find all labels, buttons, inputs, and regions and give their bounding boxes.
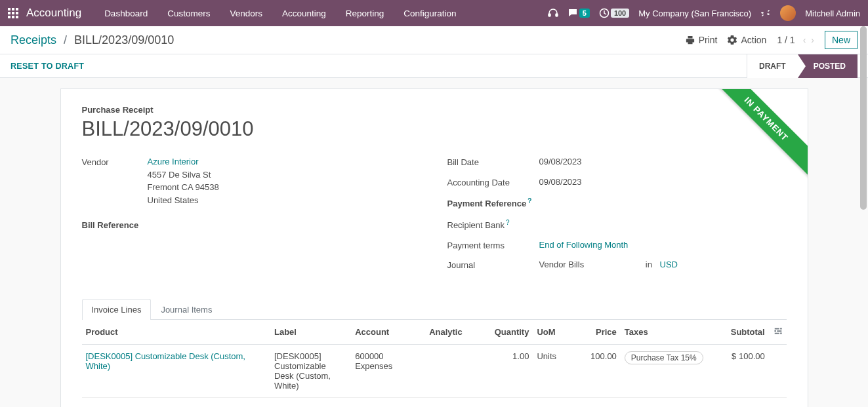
label-bill-date: Bill Date (447, 155, 539, 169)
svg-rect-0 (8, 8, 10, 10)
apps-icon[interactable] (8, 8, 18, 18)
svg-rect-6 (8, 16, 10, 18)
address-country: United States (148, 194, 421, 207)
svg-rect-8 (16, 16, 18, 18)
breadcrumb-current: BILL/2023/09/0010 (74, 33, 174, 47)
gear-icon (728, 35, 737, 45)
svg-point-12 (780, 328, 782, 330)
address-city: Fremont CA 94538 (148, 181, 421, 194)
row-account: 600000 Expenses (351, 344, 425, 397)
row-price: 100.00 (573, 344, 621, 397)
avatar[interactable] (780, 5, 796, 21)
th-uom[interactable]: UoM (533, 320, 573, 345)
currency-link[interactable]: USD (660, 260, 678, 269)
svg-point-13 (774, 330, 776, 332)
bill-date-value: 09/08/2023 (539, 155, 787, 168)
username[interactable]: Mitchell Admin (805, 9, 860, 18)
pager: 1 / 1 ‹ › (777, 35, 814, 45)
row-subtotal: $ 100.00 (708, 344, 768, 397)
status-posted[interactable]: POSTED (798, 54, 858, 78)
th-quantity[interactable]: Quantity (486, 320, 533, 345)
messages-badge: 5 (579, 9, 590, 18)
th-analytic[interactable]: Analytic (425, 320, 486, 345)
label-in: in (646, 260, 652, 269)
vendor-link[interactable]: Azure Interior (148, 157, 199, 166)
top-nav: Accounting Dashboard Customers Vendors A… (0, 0, 868, 26)
svg-rect-5 (16, 12, 18, 14)
pager-next-icon[interactable]: › (811, 35, 814, 45)
svg-point-14 (780, 332, 782, 334)
th-label[interactable]: Label (270, 320, 351, 345)
form-title: BILL/2023/09/0010 (82, 117, 787, 141)
reset-to-draft-button[interactable]: RESET TO DRAFT (10, 62, 84, 71)
svg-rect-7 (12, 16, 14, 18)
print-button[interactable]: Print (686, 35, 718, 45)
headset-icon[interactable] (548, 8, 558, 18)
label-bill-reference: Bill Reference (82, 218, 148, 232)
print-icon (686, 35, 695, 45)
form-title-label: Purchase Receipt (82, 105, 787, 115)
label-vendor: Vendor (82, 155, 148, 169)
activities-badge: 100 (611, 9, 629, 18)
row-uom: Units (533, 344, 573, 397)
table-row[interactable]: [DESK0005] Customizable Desk (Custom, Wh… (82, 344, 787, 397)
svg-rect-4 (12, 12, 14, 14)
breadcrumb: Receipts / BILL/2023/09/0010 (10, 33, 174, 47)
label-accounting-date: Accounting Date (447, 176, 539, 189)
row-analytic (425, 344, 486, 397)
nav-customers[interactable]: Customers (159, 2, 218, 25)
svg-rect-10 (556, 14, 558, 16)
payment-terms-link[interactable]: End of Following Month (539, 240, 629, 250)
debug-icon[interactable] (760, 8, 771, 18)
status-draft[interactable]: DRAFT (747, 54, 798, 78)
label-payment-reference: Payment Reference? (447, 195, 539, 210)
options-icon[interactable] (774, 328, 783, 338)
company-selector[interactable]: My Company (San Francisco) (638, 9, 751, 18)
th-product[interactable]: Product (82, 320, 270, 345)
activities-icon[interactable]: 100 (599, 8, 629, 18)
help-icon[interactable]: ? (527, 197, 531, 204)
row-quantity: 1.00 (486, 344, 533, 397)
messages-icon[interactable]: 5 (568, 8, 590, 18)
row-label: [DESK0005] Customizable Desk (Custom, Wh… (270, 344, 351, 397)
label-recipient-bank: Recipient Bank? (447, 217, 539, 232)
nav-items: Dashboard Customers Vendors Accounting R… (96, 2, 465, 25)
tab-invoice-lines[interactable]: Invoice Lines (82, 299, 152, 320)
brand-name[interactable]: Accounting (26, 7, 81, 20)
invoice-lines-table: Product Label Account Analytic Quantity … (82, 320, 787, 398)
nav-configuration[interactable]: Configuration (395, 2, 465, 25)
pager-text[interactable]: 1 / 1 (777, 35, 795, 45)
action-button[interactable]: Action (728, 35, 766, 45)
svg-rect-1 (12, 8, 14, 10)
svg-rect-9 (548, 14, 550, 16)
row-tax[interactable]: Purchase Tax 15% (625, 351, 703, 364)
nav-right: 5 100 My Company (San Francisco) Mitchel… (548, 5, 860, 21)
address-street: 4557 De Silva St (148, 168, 421, 182)
svg-rect-3 (8, 12, 10, 14)
row-product[interactable]: [DESK0005] Customizable Desk (Custom, Wh… (86, 351, 245, 371)
th-price[interactable]: Price (573, 320, 621, 345)
nav-dashboard[interactable]: Dashboard (96, 2, 156, 25)
breadcrumb-parent[interactable]: Receipts (10, 33, 56, 47)
form-sheet: IN PAYMENT Purchase Receipt BILL/2023/09… (60, 88, 808, 407)
journal-value: Vendor Bills (539, 260, 585, 269)
tabs: Invoice Lines Journal Items (82, 298, 787, 320)
svg-rect-2 (16, 8, 18, 10)
status-bar: RESET TO DRAFT DRAFT POSTED (0, 54, 868, 78)
tab-journal-items[interactable]: Journal Items (151, 299, 222, 320)
th-taxes[interactable]: Taxes (621, 320, 708, 345)
new-button[interactable]: New (825, 31, 858, 49)
control-panel: Receipts / BILL/2023/09/0010 Print Actio… (0, 26, 868, 54)
th-account[interactable]: Account (351, 320, 425, 345)
label-payment-terms: Payment terms (447, 239, 539, 252)
nav-reporting[interactable]: Reporting (337, 2, 393, 25)
nav-accounting[interactable]: Accounting (274, 2, 335, 25)
label-journal: Journal (447, 258, 539, 272)
nav-vendors[interactable]: Vendors (221, 2, 271, 25)
help-icon[interactable]: ? (506, 219, 510, 226)
form-col-left: Vendor Azure Interior 4557 De Silva St F… (82, 155, 421, 279)
accounting-date-value: 09/08/2023 (539, 176, 787, 189)
scrollbar[interactable] (860, 26, 867, 210)
th-subtotal[interactable]: Subtotal (708, 320, 768, 345)
pager-prev-icon[interactable]: ‹ (803, 35, 806, 45)
